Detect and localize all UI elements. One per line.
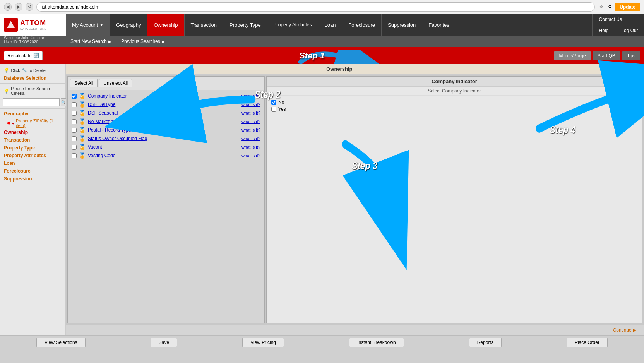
view-pricing-button[interactable]: View Pricing [242, 338, 284, 347]
toolbar-row: Recalculate 🔄 Step 1 [0, 47, 644, 64]
bookmark-icon[interactable]: ☆ [598, 3, 605, 10]
dsf-deltype-link[interactable]: DSF DelType [88, 102, 239, 107]
tab-foreclosure[interactable]: Foreclosure [342, 14, 382, 36]
continue-top-link[interactable]: Continue ▶ [613, 65, 644, 74]
logout-button[interactable]: Log Out [615, 25, 644, 36]
sidebar: 💡 Click 🔧 to Delete Database Selection 💡… [0, 64, 66, 335]
status-owner-link[interactable]: Status Owner Occupied Flag [88, 136, 239, 141]
checkbox-dsf-deltype[interactable] [72, 102, 77, 107]
sidebar-search-button[interactable]: 🔍 [61, 98, 66, 106]
user-info: Welcome John Cochran User ID: TKOS2020 [0, 36, 66, 47]
logo-attom-text: ATTOM [20, 19, 46, 27]
sidebar-item-property-type[interactable]: Property Type [0, 144, 65, 152]
dsf-deltype-what[interactable]: what is it? [242, 102, 260, 107]
vacant-what[interactable]: what is it? [242, 145, 260, 149]
postal-link[interactable]: Postal - Record Type Code [88, 127, 239, 133]
browser-actions: ☆ ⚙ Update [598, 3, 640, 11]
vesting-code-what[interactable]: what is it? [242, 153, 260, 158]
company-indicator-what[interactable]: what is it? [242, 94, 260, 98]
sidebar-sub-item-zip-city[interactable]: ✖ ● Property ZIP/City (1 item) [0, 118, 65, 128]
company-indicator-link[interactable]: Company Indicator [88, 93, 239, 99]
start-qb-button[interactable]: Start QB [593, 51, 620, 60]
no-marketing-link[interactable]: No-Marketing Address [88, 119, 239, 124]
checkbox-postal[interactable] [72, 128, 77, 133]
welcome-text: Welcome John Cochran [4, 36, 45, 40]
tab-property-type[interactable]: Property Type [223, 14, 267, 36]
criteria-icon-vacant: 🏅 [79, 144, 86, 150]
criteria-item-status-owner: 🏅 Status Owner Occupied Flag what is it? [69, 134, 263, 143]
tab-geography[interactable]: Geography [110, 14, 147, 36]
checkbox-yes[interactable] [271, 107, 276, 112]
recalculate-button[interactable]: Recalculate 🔄 [4, 51, 43, 60]
sidebar-item-ownership[interactable]: Ownership [0, 128, 65, 136]
criteria-item-no-marketing: 🏅 No-Marketing Address what is it? [69, 117, 263, 126]
start-new-search-item[interactable]: Start New Search ▶ [66, 36, 116, 47]
icon-inline: 🔧 [22, 68, 27, 73]
merge-purge-button[interactable]: Merge/Purge [554, 51, 590, 60]
view-selections-button[interactable]: View Selections [36, 338, 86, 347]
instant-breakdown-button[interactable]: Instant Breakdown [349, 338, 404, 347]
url-bar[interactable] [36, 2, 595, 12]
sidebar-item-foreclosure[interactable]: Foreclosure [0, 167, 65, 175]
previous-searches-item[interactable]: Previous Searches ▶ [116, 36, 170, 47]
sidebar-item-suppression[interactable]: Suppression [0, 175, 65, 183]
reports-button[interactable]: Reports [469, 338, 502, 347]
tab-my-account[interactable]: My Account ▼ [66, 14, 110, 36]
select-all-button[interactable]: Select All [70, 79, 98, 87]
sidebar-item-loan[interactable]: Loan [0, 159, 65, 167]
vacant-link[interactable]: Vacant [88, 144, 239, 150]
continue-bottom-link[interactable]: Continue ▶ [609, 326, 640, 334]
tab-property-attributes[interactable]: Property Attributes [267, 14, 319, 36]
nav-tabs: My Account ▼ Geography Ownership Transac… [66, 14, 592, 36]
refresh-button[interactable]: ↺ [26, 3, 33, 11]
sidebar-item-property-attributes[interactable]: Property Attributes [0, 152, 65, 159]
logo-icon [4, 18, 18, 32]
tab-loan[interactable]: Loan [318, 14, 342, 36]
checkbox-no-marketing[interactable] [72, 119, 77, 124]
contact-us-button[interactable]: Contact Us [593, 14, 644, 25]
remove-x-icon[interactable]: ✖ [7, 121, 10, 126]
section-header: Ownership [66, 64, 613, 74]
option-no: No [270, 99, 639, 106]
place-order-button[interactable]: Place Order [567, 338, 608, 347]
checkbox-status-owner[interactable] [72, 136, 77, 141]
status-owner-what[interactable]: what is it? [242, 136, 260, 141]
criteria-icon-dsf-seasonal: 🏅 [79, 110, 86, 116]
option-yes: Yes [270, 106, 639, 113]
tab-favorites[interactable]: Favorites [422, 14, 456, 36]
postal-what[interactable]: what is it? [242, 128, 260, 132]
checkbox-dsf-seasonal[interactable] [72, 111, 77, 116]
extensions-icon[interactable]: ⚙ [606, 3, 613, 10]
checkbox-vesting-code[interactable] [72, 153, 77, 158]
sub-nav-items: Start New Search ▶ Previous Searches ▶ [66, 36, 170, 47]
panel-toolbar: Select All Unselect All [68, 77, 264, 90]
save-button[interactable]: Save [151, 338, 177, 347]
criteria-icon-no-marketing: 🏅 [79, 118, 86, 125]
vesting-code-link[interactable]: Vesting Code [88, 153, 239, 158]
update-button[interactable]: Update [615, 3, 640, 11]
back-button[interactable]: ◀ [4, 3, 12, 11]
checkbox-company-indicator[interactable] [72, 94, 77, 99]
dsf-seasonal-link[interactable]: DSF Seasonal [88, 110, 239, 116]
right-panel-content: No Yes [267, 96, 642, 116]
section-header-row: Ownership Continue ▶ [66, 64, 644, 75]
tab-suppression[interactable]: Suppression [382, 14, 422, 36]
tab-ownership[interactable]: Ownership [147, 14, 184, 36]
dsf-seasonal-what[interactable]: what is it? [242, 111, 260, 115]
unselect-all-button[interactable]: Unselect All [99, 79, 132, 87]
criteria-item-dsf-seasonal: 🏅 DSF Seasonal what is it? [69, 109, 263, 117]
tips-button[interactable]: Tips [622, 51, 640, 60]
criteria-icon-status-owner: 🏅 [79, 135, 86, 142]
checkbox-vacant[interactable] [72, 145, 77, 150]
sidebar-divider-1 [0, 83, 65, 84]
no-marketing-what[interactable]: what is it? [242, 119, 260, 124]
sidebar-item-transaction[interactable]: Transaction [0, 136, 65, 144]
tab-transaction[interactable]: Transaction [185, 14, 223, 36]
lightbulb-icon: 💡 [4, 68, 9, 73]
sidebar-item-geography[interactable]: Geography [0, 110, 65, 118]
database-selection-link[interactable]: Database Selection [0, 74, 65, 82]
sidebar-search-input[interactable] [3, 98, 60, 106]
help-button[interactable]: Help [593, 25, 615, 36]
checkbox-no[interactable] [271, 100, 276, 105]
forward-button[interactable]: ▶ [15, 3, 22, 11]
